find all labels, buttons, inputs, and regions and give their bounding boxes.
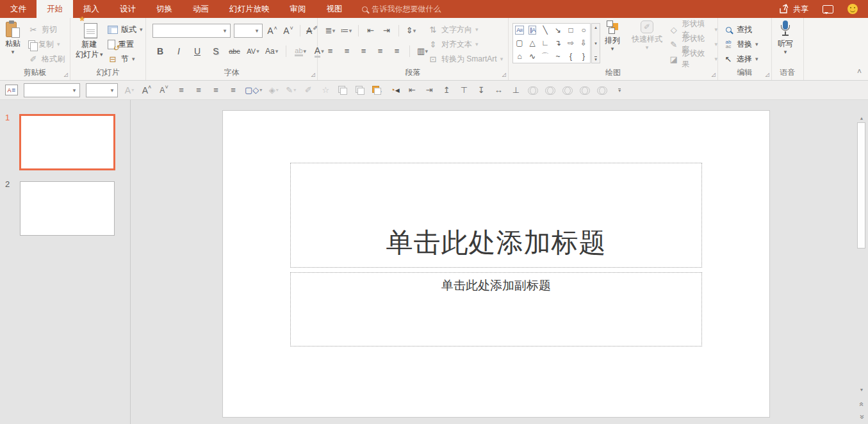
arrange-button[interactable]: 排列 ▾ xyxy=(605,20,620,51)
text-direction-button[interactable]: ⇅ 文字方向 ▾ xyxy=(428,23,479,36)
font-dialog-launcher[interactable]: ◿ xyxy=(311,72,315,77)
shape-down-arrow[interactable]: ⇩ xyxy=(580,39,587,47)
slide-canvas[interactable]: 单击此处添加标题 单击此处添加副标题 xyxy=(222,110,770,418)
mini-object-align-bottom-button[interactable]: ↧ xyxy=(475,83,487,97)
text-highlight-button[interactable]: ab▾ xyxy=(294,45,307,58)
mini-font-color-button[interactable]: A▾ xyxy=(124,83,135,97)
dictate-button[interactable]: 听写 ▾ xyxy=(778,20,793,54)
editing-dialog-launcher[interactable]: ◿ xyxy=(766,72,769,77)
new-slide-button[interactable]: * 新建 幻灯片 ▾ xyxy=(76,20,103,59)
mini-send-backward-button[interactable] xyxy=(354,83,366,97)
font-size-input[interactable] xyxy=(234,24,252,37)
shape-arc[interactable]: ⌒ xyxy=(541,53,549,60)
cut-button[interactable]: ✂ 剪切 xyxy=(28,23,57,36)
font-name-dropdown[interactable]: ▾ xyxy=(220,28,229,34)
mini-merge-union-button[interactable] xyxy=(527,83,539,97)
slide-2-thumbnail[interactable] xyxy=(20,181,115,236)
mini-merge-subtract-button[interactable] xyxy=(596,83,608,97)
shape-scribble[interactable]: ∿ xyxy=(529,53,536,60)
align-left-button[interactable]: ≡ xyxy=(324,45,336,57)
tab-review[interactable]: 审阅 xyxy=(280,0,316,18)
tab-insert[interactable]: 插入 xyxy=(73,0,110,18)
shape-right-arrow[interactable]: ⇨ xyxy=(568,39,574,47)
mini-align-right-button[interactable]: ≡ xyxy=(210,83,222,97)
mini-object-distribute-button[interactable]: ↔ xyxy=(493,83,504,97)
shape-rectangle[interactable]: □ xyxy=(568,26,573,34)
align-center-button[interactable]: ≡ xyxy=(341,45,353,57)
previous-slide-button[interactable]: « xyxy=(857,400,866,408)
mini-merge-fragment-button[interactable] xyxy=(562,83,573,97)
mini-justify-button[interactable]: ≡ xyxy=(227,83,239,97)
shape-curve[interactable]: ~ xyxy=(555,53,560,60)
columns-button[interactable]: ▥▾ xyxy=(416,45,429,57)
font-size-dropdown[interactable]: ▾ xyxy=(252,28,261,34)
mini-overflow-button[interactable]: ▾ xyxy=(614,83,625,97)
feedback-smiley-icon[interactable] xyxy=(848,4,858,14)
scroll-down-button[interactable]: ▼ xyxy=(857,386,866,394)
clipboard-dialog-launcher[interactable]: ◿ xyxy=(64,72,68,77)
drawing-dialog-launcher[interactable]: ◿ xyxy=(712,72,716,77)
shape-left-brace[interactable]: { xyxy=(569,53,572,60)
shape-freeform[interactable]: ⌂ xyxy=(517,53,521,60)
numbering-button[interactable]: ≔▾ xyxy=(340,24,352,37)
tab-home[interactable]: 开始 xyxy=(37,0,73,18)
mini-align-center-button[interactable]: ≡ xyxy=(193,83,204,97)
tell-me-search[interactable]: 告诉我你想要做什么 xyxy=(362,0,441,18)
shape-rounded-rectangle[interactable]: ▢ xyxy=(516,39,523,47)
line-spacing-button[interactable]: ⇕▾ xyxy=(405,24,417,37)
mini-font-name-combo[interactable]: ▾ xyxy=(24,83,80,97)
comments-icon[interactable] xyxy=(823,5,833,13)
paragraph-dialog-launcher[interactable]: ◿ xyxy=(502,72,506,77)
mini-shape-outline-button[interactable]: ✎▾ xyxy=(285,83,297,97)
mini-object-align-top-button[interactable]: ↥ xyxy=(441,83,452,97)
strikethrough-button[interactable]: abc xyxy=(228,45,241,58)
mini-object-center-horizontal-button[interactable]: ⊤ xyxy=(458,83,470,97)
convert-smartart-button[interactable]: ⊡ 转换为 SmartArt ▾ xyxy=(428,53,503,65)
clear-formatting-button[interactable]: A✐ xyxy=(306,24,318,37)
shape-textbox[interactable]: A≡ xyxy=(515,26,523,35)
mini-object-align-left-button[interactable]: ⇤ xyxy=(406,83,418,97)
title-placeholder[interactable]: 单击此处添加标题 xyxy=(290,163,702,268)
mini-merge-intersect-button[interactable] xyxy=(579,83,591,97)
thumbnail-panel-divider[interactable] xyxy=(130,100,131,424)
shape-right-brace[interactable]: } xyxy=(582,53,585,60)
shape-oval[interactable]: ○ xyxy=(581,26,585,34)
scrollbar-thumb[interactable] xyxy=(857,122,865,249)
mini-font-name-input[interactable] xyxy=(24,84,70,97)
distribute-text-button[interactable]: ≡ xyxy=(391,45,403,57)
mini-align-left-button[interactable]: ≡ xyxy=(176,83,187,97)
tab-file[interactable]: 文件 xyxy=(0,0,37,18)
shape-elbow-arrow[interactable]: ↴ xyxy=(555,39,561,47)
shape-triangle[interactable]: △ xyxy=(529,39,535,47)
mini-merge-combine-button[interactable] xyxy=(545,83,556,97)
underline-button[interactable]: U xyxy=(191,45,204,58)
collapse-ribbon-icon[interactable]: ˄ xyxy=(857,67,862,76)
mini-animation-timing-button[interactable]: ◔◀ xyxy=(389,83,400,97)
align-text-button[interactable]: ⇕ 对齐文本 ▾ xyxy=(428,38,479,51)
gallery-more-button[interactable]: ▾ xyxy=(594,56,597,61)
mini-format-painter-button[interactable]: ✐ xyxy=(302,83,314,97)
mini-bring-forward-button[interactable] xyxy=(337,83,348,97)
layout-button[interactable]: 版式 ▾ xyxy=(108,23,143,36)
character-spacing-button[interactable]: AV▾ xyxy=(247,45,259,58)
shape-arrow[interactable]: ↘ xyxy=(555,26,561,34)
decrease-indent-button[interactable]: ⇤ xyxy=(364,24,377,37)
gallery-scroll-down[interactable]: ▾ xyxy=(594,41,597,46)
copy-button[interactable]: 复制 ▾ xyxy=(28,38,60,51)
shape-effects-button[interactable]: ◪ 形状效果 ▾ xyxy=(669,53,717,65)
mini-object-align-right-button[interactable]: ⇥ xyxy=(423,83,435,97)
paste-button[interactable]: 粘贴 ▾ xyxy=(5,20,20,54)
shrink-font-button[interactable]: A˅ xyxy=(282,24,295,37)
shape-line[interactable]: ╲ xyxy=(543,26,547,34)
select-button[interactable]: ↖ 选择 ▾ xyxy=(723,53,758,65)
font-size-combo[interactable]: ▾ xyxy=(234,24,263,38)
tab-design[interactable]: 设计 xyxy=(110,0,146,18)
textbox-tool-icon[interactable]: A≡ xyxy=(5,85,18,95)
vertical-scrollbar[interactable]: ▲ ▼ « « xyxy=(856,100,867,424)
bold-button[interactable]: B xyxy=(154,45,167,58)
tab-view[interactable]: 视图 xyxy=(316,0,353,18)
tab-transitions[interactable]: 切换 xyxy=(146,0,183,18)
next-slide-button[interactable]: « xyxy=(857,412,866,421)
mini-font-size-input[interactable] xyxy=(86,84,108,97)
tab-animations[interactable]: 动画 xyxy=(183,0,219,18)
